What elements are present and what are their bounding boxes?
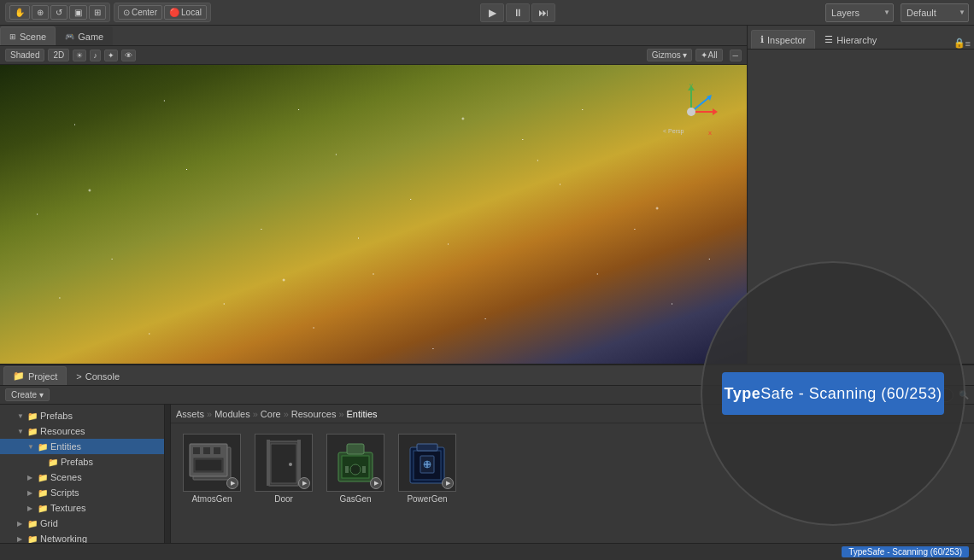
game-tab-label: Game <box>78 32 103 42</box>
svg-rect-27 <box>362 466 366 473</box>
scene-tab[interactable]: ⊞ Scene <box>0 26 56 45</box>
tree-item-prefabs[interactable]: ▼ 📁 Prefabs <box>0 408 164 423</box>
console-tab[interactable]: > Console <box>67 366 129 385</box>
create-button[interactable]: Create ▾ <box>5 388 50 401</box>
pause-button[interactable]: ⏸ <box>506 3 530 22</box>
layout-dropdown[interactable]: Default 2 by 3 4 Split <box>901 3 969 22</box>
game-tab[interactable]: 🎮 Game <box>56 26 113 45</box>
play-btn-door[interactable]: ▶ <box>298 477 310 489</box>
tree-item-resources[interactable]: ▼ 📁 Resources <box>0 423 164 439</box>
play-btn-gasgen[interactable]: ▶ <box>370 477 382 489</box>
breadcrumb-sep-1: » <box>207 409 212 419</box>
scene-game-panel: ⊞ Scene 🎮 Game Shaded 2D ☀ ♪ ✦ 👁 Gizmos … <box>0 26 748 364</box>
scene-tab-icon: ⊞ <box>9 32 16 41</box>
svg-rect-13 <box>203 447 210 454</box>
2d-button[interactable]: 2D <box>48 49 69 61</box>
folder-icon-scenes: 📁 <box>38 473 48 482</box>
hand-tool-button[interactable]: ✋ <box>9 5 30 20</box>
console-tab-label: Console <box>85 371 120 382</box>
breadcrumb-entities: Entities <box>347 409 378 419</box>
breadcrumb-core[interactable]: Core <box>261 409 281 419</box>
svg-rect-14 <box>214 447 220 454</box>
right-tab-bar: ℹ Inspector ☰ Hierarchy 🔒 ≡ <box>748 26 974 50</box>
center-button[interactable]: ⊙ Center <box>118 5 162 20</box>
layers-dropdown-wrapper: Layers Everything Nothing ▼ <box>825 3 894 22</box>
status-scanning-badge: TypeSafe - Scanning (60/253) <box>842 546 969 557</box>
inspector-tab[interactable]: ℹ Inspector <box>751 30 815 49</box>
tree-item-textures[interactable]: ▶ 📁 Textures <box>0 500 164 516</box>
play-btn-atmosgen[interactable]: ▶ <box>226 477 238 489</box>
tree-item-scenes[interactable]: ▶ 📁 Scenes <box>0 470 164 485</box>
file-item-powergen[interactable]: ▶ PowerGen <box>393 430 461 511</box>
play-button[interactable]: ▶ <box>480 3 504 22</box>
status-bar: TypeSafe - Scanning (60/253) <box>0 543 974 560</box>
tree-expand-grid: ▶ <box>17 520 27 528</box>
svg-point-25 <box>350 464 361 475</box>
tree-scrollbar[interactable] <box>165 405 170 543</box>
breadcrumb-resources[interactable]: Resources <box>291 409 337 419</box>
file-thumbnail-gasgen: ▶ <box>326 434 384 492</box>
project-tab-icon: 📁 <box>13 370 25 382</box>
all-button[interactable]: ✦All <box>695 49 722 61</box>
scanning-text: TypeSafe - Scanning (60/253) <box>725 385 942 403</box>
breadcrumb-sep-4: » <box>338 409 343 419</box>
file-thumbnail-atmosgen: ▶ <box>183 434 241 492</box>
breadcrumb-assets[interactable]: Assets <box>176 409 204 419</box>
view-toolbar: Shaded 2D ☀ ♪ ✦ 👁 Gizmos ▾ ✦All ─ <box>0 46 747 65</box>
file-item-door[interactable]: ▶ Door <box>249 430 318 511</box>
tree-item-scripts[interactable]: ▶ 📁 Scripts <box>0 485 164 500</box>
file-label-gasgen: GasGen <box>339 494 371 505</box>
scanning-overlay: TypeSafe - Scanning (60/253) <box>701 261 965 526</box>
svg-rect-16 <box>195 459 222 471</box>
breadcrumb-sep-3: » <box>284 409 289 419</box>
play-btn-powergen[interactable]: ▶ <box>442 477 454 489</box>
gizmos-button[interactable]: Gizmos ▾ <box>647 49 693 61</box>
minimize-view-button[interactable]: ─ <box>730 50 742 61</box>
tree-item-entities[interactable]: ▼ 📁 Entities <box>0 439 164 454</box>
tree-expand-scenes: ▶ <box>27 474 38 481</box>
effects-button[interactable]: ✦ <box>104 50 118 61</box>
svg-point-19 <box>289 463 292 466</box>
center-icon: ⊙ <box>123 8 130 17</box>
tree-item-entities-prefabs[interactable]: 📁 Prefabs <box>0 454 164 470</box>
hidden-button[interactable]: 👁 <box>121 50 136 61</box>
rect-tool-button[interactable]: ▣ <box>69 5 87 20</box>
local-button[interactable]: 🔴 Local <box>164 5 207 20</box>
breadcrumb-modules[interactable]: Modules <box>214 409 250 419</box>
file-item-gasgen[interactable]: ▶ GasGen <box>321 430 390 511</box>
svg-text:y: y <box>689 82 693 89</box>
folder-icon-prefabs: 📁 <box>27 411 38 421</box>
project-tab[interactable]: 📁 Project <box>3 366 67 385</box>
game-tab-icon: 🎮 <box>65 32 74 41</box>
scene-viewport[interactable]: y x < Persp <box>0 65 747 364</box>
shaded-button[interactable]: Shaded <box>5 49 44 61</box>
hierarchy-label: Hierarchy <box>836 35 877 45</box>
top-toolbar: ✋ ⊕ ↺ ▣ ⊞ ⊙ Center 🔴 Local ▶ ⏸ ⏭ Layers … <box>0 0 974 26</box>
transform-tools: ✋ ⊕ ↺ ▣ ⊞ <box>5 3 110 22</box>
audio-button[interactable]: ♪ <box>90 50 101 61</box>
gizmo-widget[interactable]: y x < Persp <box>661 82 721 142</box>
file-item-atmosgen[interactable]: ▶ AtmosGen <box>178 430 246 511</box>
folder-icon-scripts: 📁 <box>38 488 48 498</box>
layers-dropdown[interactable]: Layers Everything Nothing <box>825 3 894 22</box>
hierarchy-icon: ☰ <box>824 34 833 45</box>
step-button[interactable]: ⏭ <box>531 3 555 22</box>
refresh-button[interactable]: ↺ <box>50 5 67 20</box>
folder-icon-entities: 📁 <box>38 442 48 452</box>
panel-lock-button[interactable]: 🔒 <box>953 38 965 49</box>
tree-item-grid[interactable]: ▶ 📁 Grid <box>0 516 164 531</box>
scanning-progress-bar: TypeSafe - Scanning (60/253) <box>722 372 944 415</box>
svg-text:x: x <box>708 129 712 137</box>
lights-button[interactable]: ☀ <box>73 50 86 61</box>
move-tool-button[interactable]: ⊕ <box>32 5 49 20</box>
svg-point-6 <box>687 108 695 116</box>
tree-item-networking[interactable]: ▶ 📁 Networking <box>0 531 164 543</box>
file-thumbnail-powergen: ▶ <box>398 434 456 492</box>
folder-icon-networking: 📁 <box>27 534 38 544</box>
svg-marker-3 <box>713 108 718 115</box>
svg-rect-24 <box>347 444 364 454</box>
panel-menu-button[interactable]: ≡ <box>965 38 971 49</box>
resize-tool-button[interactable]: ⊞ <box>89 5 106 20</box>
hierarchy-tab[interactable]: ☰ Hierarchy <box>815 30 886 49</box>
pivot-tools: ⊙ Center 🔴 Local <box>114 3 211 22</box>
